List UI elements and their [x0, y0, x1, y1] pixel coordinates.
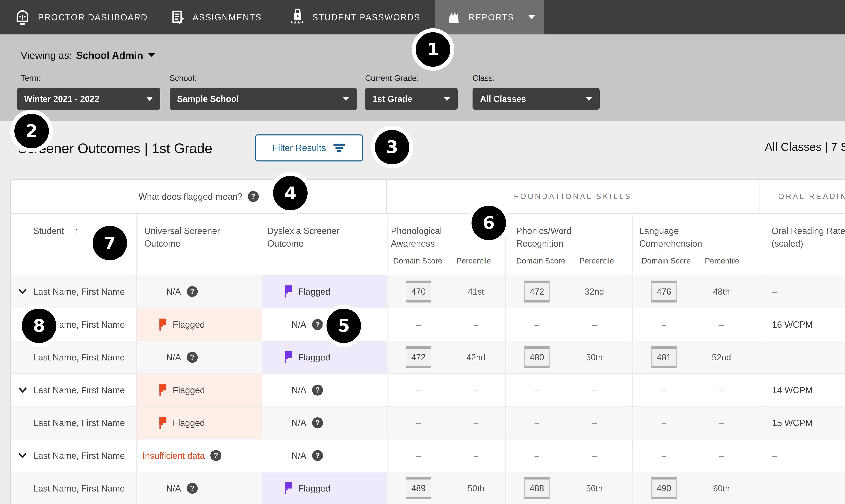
page: PROCTOR DASHBOARD ASSIGNMENTS — [0, 0, 845, 504]
empty-value-dash: – — [719, 385, 724, 395]
dyslexia-outcome-cell: N/A? — [262, 308, 388, 341]
percentile-area: 32nd — [568, 275, 621, 308]
nav-item-assignments[interactable]: ASSIGNMENTS — [170, 0, 262, 34]
na-label: N/A — [166, 286, 181, 297]
chevron-down-icon — [343, 97, 350, 101]
empty-value-dash: – — [592, 451, 597, 461]
universal-outcome-cell: Flagged — [137, 308, 262, 341]
expand-chevron-icon[interactable] — [18, 387, 27, 393]
percentile-area: 60th — [695, 472, 748, 504]
table-row[interactable]: Last Name, First NameFlaggedN/A?––––––16… — [11, 308, 845, 341]
table-row[interactable]: Last Name, First NameFlaggedN/A?––––––14… — [11, 374, 845, 406]
domain-score-area: 481 — [637, 341, 690, 374]
phonological-awareness-cell: –– — [388, 308, 506, 341]
term-label: Term: — [21, 73, 160, 83]
flagged-label: Flagged — [173, 319, 205, 330]
flag-icon — [159, 319, 167, 330]
language-comprehension-cell: 49060th — [633, 472, 765, 504]
help-icon[interactable]: ? — [312, 384, 323, 396]
percentile-area: 56th — [568, 472, 621, 504]
table-row[interactable]: Last Name, First NameN/A?Flagged48950th4… — [11, 472, 845, 504]
class-filter: Class: All Classes — [473, 73, 600, 110]
lock-icon: **** — [291, 8, 305, 27]
phonics-word-recognition-cell: 48050th — [506, 341, 633, 374]
phonics-word-recognition-cell: –– — [506, 439, 633, 472]
phonics-word-recognition-cell: –– — [506, 374, 633, 406]
term-select[interactable]: Winter 2021 - 2022 — [17, 88, 161, 110]
domain-score-box: 489 — [406, 477, 431, 499]
empty-value-dash: – — [416, 385, 421, 395]
gauge-icon — [14, 8, 31, 26]
empty-value-dash: – — [534, 418, 539, 428]
universal-outcome-cell: N/A? — [137, 472, 262, 504]
help-icon[interactable]: ? — [312, 417, 323, 428]
empty-value-dash: – — [662, 451, 666, 461]
term-value: Winter 2021 - 2022 — [24, 94, 99, 104]
help-icon[interactable]: ? — [187, 352, 198, 363]
nav-item-proctor-dashboard[interactable]: PROCTOR DASHBOARD — [14, 0, 148, 34]
student-name: Last Name, First Name — [33, 450, 125, 461]
help-icon[interactable]: ? — [312, 319, 323, 330]
chevron-down-icon — [148, 53, 155, 57]
nav-item-student-passwords[interactable]: **** STUDENT PASSWORDS — [291, 0, 421, 34]
phonics-word-recognition-cell: –– — [506, 407, 633, 439]
domain-score-area: – — [392, 439, 445, 472]
chevron-down-icon — [443, 97, 450, 101]
empty-value-dash: – — [474, 451, 478, 461]
table-row[interactable]: Last Name, First NameN/A?Flagged47041st4… — [11, 275, 845, 308]
table-row[interactable]: Last Name, First NameInsufficient data?N… — [11, 439, 845, 472]
annotation-badge-6: 6 — [472, 206, 506, 240]
annotation-badge-4: 4 — [273, 176, 307, 210]
domain-score-box: 488 — [524, 477, 550, 499]
school-value: Sample School — [177, 94, 239, 104]
student-name: Last Name, First Name — [33, 483, 125, 493]
help-icon[interactable]: ? — [312, 450, 323, 461]
school-select[interactable]: Sample School — [170, 88, 357, 110]
empty-value-dash: – — [592, 320, 597, 329]
viewing-as-value: School Admin — [76, 50, 143, 61]
percentile-area: – — [568, 439, 621, 472]
filter-results-button[interactable]: Filter Results — [255, 134, 363, 161]
language-comprehension-cell: –– — [633, 439, 765, 472]
reports-chart-icon — [447, 10, 461, 24]
annotation-badge-3: 3 — [375, 130, 409, 164]
empty-value-dash: – — [416, 418, 421, 428]
expand-chevron-icon[interactable] — [18, 289, 27, 294]
password-stars-icon: **** — [291, 20, 305, 27]
domain-score-box: 480 — [524, 346, 550, 368]
domain-score-area: 472 — [511, 275, 563, 308]
table-row[interactable]: Last Name, First NameFlaggedN/A?––––––15… — [11, 406, 845, 439]
help-icon[interactable]: ? — [187, 483, 198, 494]
help-icon[interactable]: ? — [210, 450, 222, 461]
nav-item-reports[interactable]: REPORTS — [435, 0, 544, 34]
table-row[interactable]: Last Name, First NameN/A?Flagged47242nd4… — [11, 341, 845, 374]
expand-chevron-icon[interactable] — [18, 453, 27, 458]
school-filter: School: Sample School — [170, 73, 357, 110]
column-header-dyslexia-screener: Dyslexia Screener Outcome — [262, 214, 388, 275]
percentile-area: 52nd — [695, 341, 748, 374]
grade-filter: Current Grade: 1st Grade — [365, 73, 458, 110]
page-title: Screener Outcomes | 1st Grade — [18, 139, 212, 158]
class-select[interactable]: All Classes — [473, 88, 600, 110]
flagged-label: Flagged — [298, 483, 330, 493]
screener-outcomes-table: What does flagged mean? ? FOUNDATIONAL S… — [10, 179, 845, 504]
domain-score-box: 472 — [406, 346, 431, 368]
domain-score-area: – — [637, 407, 690, 439]
na-label: N/A — [292, 418, 306, 428]
domain-score-area: 490 — [637, 472, 690, 504]
empty-value-dash: – — [719, 418, 724, 428]
flag-icon — [284, 482, 293, 494]
viewing-as-dropdown[interactable]: Viewing as: School Admin — [21, 50, 155, 61]
language-comprehension-cell: –– — [633, 374, 765, 406]
dyslexia-outcome-cell: Flagged — [262, 275, 388, 308]
grade-select[interactable]: 1st Grade — [365, 88, 458, 110]
empty-value-dash: – — [592, 385, 597, 395]
phonological-awareness-cell: –– — [388, 439, 506, 472]
help-icon[interactable]: ? — [187, 286, 198, 297]
percentile-area: – — [695, 374, 748, 406]
percentile-area: – — [695, 308, 748, 341]
help-icon[interactable]: ? — [248, 191, 259, 202]
empty-value-dash: – — [662, 320, 666, 329]
chevron-down-icon — [528, 15, 535, 19]
percentile-area: – — [568, 407, 621, 439]
